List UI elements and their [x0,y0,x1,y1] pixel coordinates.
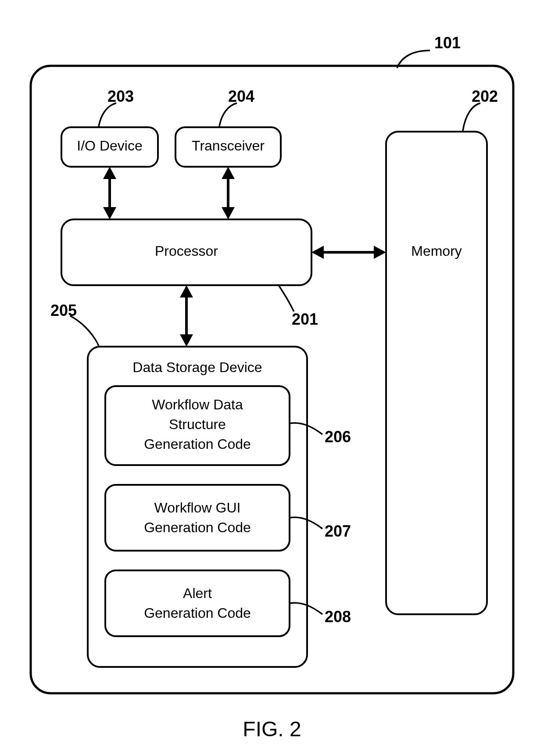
leader-201 [279,285,294,312]
arrowhead [103,167,116,179]
ref-201: 201 [292,310,318,328]
code1-line1: Workflow Data [152,397,243,412]
leader-202 [463,103,480,131]
code1-line3: Generation Code [144,436,251,452]
arrowhead [222,207,235,219]
arrowhead [103,207,116,219]
ref-202: 202 [472,87,498,105]
memory-box [386,132,487,614]
leader-205 [70,316,99,346]
processor-label: Processor [155,243,218,259]
ref-205: 205 [50,301,77,319]
code2-line1: Workflow GUI [154,500,241,516]
arrowhead [374,246,386,259]
memory-label: Memory [411,243,462,259]
code1-line2: Structure [169,416,226,432]
code2-line2: Generation Code [144,520,251,535]
arrowhead [311,246,324,259]
ref-208: 208 [325,608,351,626]
ref-206: 206 [325,428,351,446]
figure-label: FIG. 2 [243,717,301,741]
leader-203 [99,103,116,126]
code2-box [105,485,290,551]
arrowhead [222,167,235,179]
ref-204: 204 [228,87,254,105]
ref-207: 207 [325,522,351,540]
code3-box [105,570,290,636]
arrowhead [180,285,193,297]
code3-line1: Alert [183,585,212,601]
code3-line2: Generation Code [144,605,251,621]
transceiver-label: Transceiver [192,138,265,154]
io-device-label: I/O Device [77,138,142,154]
ref-101: 101 [434,34,461,52]
storage-label: Data Storage Device [132,359,262,375]
leader-204 [219,103,237,126]
ref-203: 203 [107,87,134,105]
diagram-svg: 101 I/O Device 203 Transceiver 204 Proce… [0,0,544,756]
arrowhead [180,334,193,347]
